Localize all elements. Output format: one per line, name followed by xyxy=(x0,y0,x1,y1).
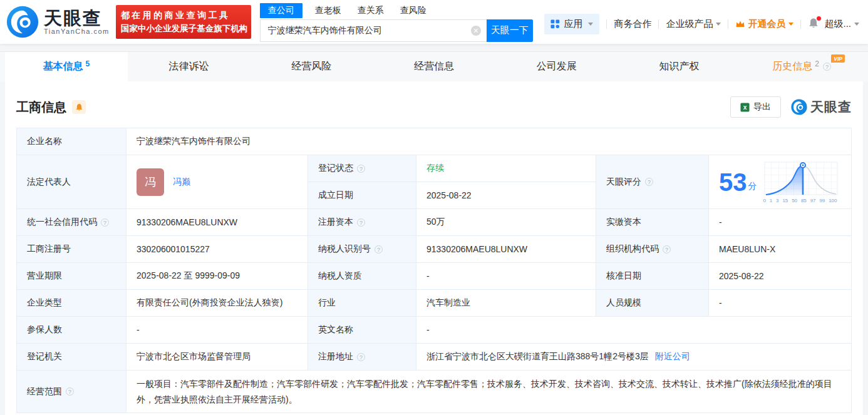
section-title: 工商信息 xyxy=(16,99,66,116)
help-icon[interactable]: ? xyxy=(357,165,365,173)
nav-business-cooperation[interactable]: 商务合作 xyxy=(614,18,651,30)
field-value-registration-number: 330206001015227 xyxy=(127,236,308,263)
tab-legal-proceedings[interactable]: 法律诉讼 xyxy=(128,52,251,81)
field-label-registration-status: 登记状态? xyxy=(308,155,416,182)
export-button[interactable]: x 导出 xyxy=(730,96,781,118)
help-icon[interactable]: ? xyxy=(663,245,671,254)
field-label-taxpayer-qualification: 纳税人资质 xyxy=(308,263,416,290)
legal-representative-link[interactable]: 冯巅 xyxy=(173,177,190,188)
help-icon[interactable]: ? xyxy=(645,178,653,186)
field-label-industry: 行业 xyxy=(308,290,416,317)
vip-badge: VIP xyxy=(831,54,845,63)
help-icon[interactable]: ? xyxy=(823,63,831,71)
chart-x-ticks: 01 315 5085 9799 100 xyxy=(763,198,837,203)
divider xyxy=(658,19,659,29)
tab-count: 2 xyxy=(815,59,819,68)
nearby-companies-link[interactable]: 附近公司 xyxy=(655,351,690,362)
caret-down-icon xyxy=(588,23,593,26)
field-value-business-scope: 一般项目：汽车零部件及配件制造；汽车零部件研发；汽车零配件批发；汽车零配件零售；… xyxy=(127,371,852,413)
field-label-established-date: 成立日期 xyxy=(308,182,416,209)
field-label-staff-size: 人员规模 xyxy=(596,290,709,317)
tab-intellectual-property[interactable]: 知识产权 xyxy=(618,52,741,81)
field-value-taxpayer-id: 91330206MAEU8LUNXW xyxy=(416,236,596,263)
business-info-table: 企业名称 宁波继荣汽车内饰件有限公司 法定代表人 冯 冯巅 登记状态? 存续 天… xyxy=(16,128,852,413)
field-value-paidin-capital: - xyxy=(709,209,852,236)
field-label-legal-representative: 法定代表人 xyxy=(17,155,127,209)
help-icon[interactable]: ? xyxy=(357,353,365,361)
search-tab-risk[interactable]: 查风险 xyxy=(400,5,426,16)
field-value-english-name: - xyxy=(416,317,852,344)
notifications-bell-icon[interactable] xyxy=(808,18,819,31)
field-value-insured-count: - xyxy=(127,317,308,344)
field-label-company-name: 企业名称 xyxy=(17,128,127,155)
field-value-approval-date: 2025-08-22 xyxy=(709,263,852,290)
field-label-paidin-capital: 实缴资本 xyxy=(596,209,709,236)
bell-curve-chart xyxy=(763,161,839,197)
field-value-taxpayer-qualification: - xyxy=(416,263,596,290)
monitor-bell-icon[interactable] xyxy=(72,100,86,114)
brand-domain: TianYanCha.com xyxy=(44,28,110,35)
crown-icon xyxy=(735,20,745,28)
tianyan-score-cell: 53 分 xyxy=(709,155,852,209)
apps-label: 应用 xyxy=(564,18,582,30)
tab-operation-info[interactable]: 经营信息 xyxy=(373,52,495,81)
field-value-registered-capital: 50万 xyxy=(416,209,596,236)
divider xyxy=(606,19,607,29)
top-header: 天眼查 TianYanCha.com 都在用的商业查询工具 国家中小企业发展子基… xyxy=(0,0,868,44)
field-label-business-scope: 经营范围? xyxy=(17,371,127,413)
caret-down-icon xyxy=(788,23,793,26)
divider xyxy=(800,19,801,29)
notification-dot xyxy=(817,16,821,21)
tab-company-development[interactable]: 公司发展 xyxy=(495,52,618,81)
nav-open-membership[interactable]: 开通会员 xyxy=(735,18,793,30)
tianyancha-watermark: 天眼查 xyxy=(791,98,852,116)
status-badge: 存续 xyxy=(426,163,444,174)
search-button[interactable]: 天眼一下 xyxy=(487,19,533,42)
tab-operation-risk[interactable]: 经营风险 xyxy=(250,52,373,81)
tab-basic-info[interactable]: 基本信息 5 xyxy=(5,52,128,81)
field-value-company-type: 有限责任公司(外商投资企业法人独资) xyxy=(127,290,308,317)
search-tab-company[interactable]: 查公司 xyxy=(260,3,302,18)
avatar[interactable]: 冯 xyxy=(137,168,164,196)
help-icon[interactable]: ? xyxy=(375,245,383,254)
legal-representative-cell: 冯 冯巅 xyxy=(127,155,308,209)
field-label-business-term: 营业期限 xyxy=(17,263,127,290)
help-icon[interactable]: ? xyxy=(66,387,74,396)
field-label-english-name: 英文名称 xyxy=(308,317,416,344)
caret-down-icon xyxy=(854,23,859,26)
field-label-tianyan-score: 天眼评分? xyxy=(596,155,709,209)
business-info-card: 工商信息 x 导出 天眼查 xyxy=(5,81,863,415)
apps-menu[interactable]: 应用 xyxy=(544,14,599,34)
field-label-registered-address: 注册地址? xyxy=(308,344,416,371)
promo-line2: 国家中小企业发展子基金旗下机构 xyxy=(121,23,246,34)
field-value-org-code: MAEU8LUN-X xyxy=(709,236,852,263)
brand-name: 天眼查 xyxy=(44,9,110,28)
search-input[interactable] xyxy=(260,19,487,42)
tianyancha-logo[interactable]: 天眼查 TianYanCha.com xyxy=(6,6,110,38)
field-label-company-type: 企业类型 xyxy=(17,290,127,317)
search-tab-boss[interactable]: 查老板 xyxy=(315,5,341,16)
promo-banner: 都在用的商业查询工具 国家中小企业发展子基金旗下机构 xyxy=(116,5,251,39)
field-value-business-term: 2025-08-22 至 9999-09-09 xyxy=(127,263,308,290)
clear-search-icon[interactable]: ✕ xyxy=(471,26,481,36)
nav-enterprise-products[interactable]: 企业级产品 xyxy=(666,18,721,30)
field-value-registration-status: 存续 xyxy=(416,155,596,182)
tab-history-info[interactable]: VIP 历史信息 2 ? xyxy=(740,52,863,81)
field-value-staff-size: - xyxy=(709,290,852,317)
field-label-uscc: 统一社会信用代码? xyxy=(17,209,127,236)
search-tabs: 查公司 查老板 查关系 查风险 xyxy=(260,3,533,19)
help-icon[interactable]: ? xyxy=(101,218,109,227)
nav-super-member[interactable]: 超级... xyxy=(824,18,859,30)
field-value-industry: 汽车制造业 xyxy=(416,290,596,317)
search-tab-relation[interactable]: 查关系 xyxy=(358,5,384,16)
field-label-taxpayer-id: 纳税人识别号? xyxy=(308,236,416,263)
help-icon[interactable]: ? xyxy=(357,218,365,227)
field-value-registered-address: 浙江省宁波市北仑区大碶街道育王山路388号1幢2号楼3层 附近公司 xyxy=(416,344,852,371)
field-value-company-name: 宁波继荣汽车内饰件有限公司 xyxy=(127,128,852,155)
score-value: 53 xyxy=(719,170,747,195)
field-label-registration-authority: 登记机关 xyxy=(17,344,127,371)
score-distribution-chart[interactable]: 01 315 5085 9799 100 xyxy=(763,161,839,203)
promo-line1: 都在用的商业查询工具 xyxy=(121,10,246,21)
field-label-registered-capital: 注册资本? xyxy=(308,209,416,236)
tab-count: 5 xyxy=(86,59,90,68)
